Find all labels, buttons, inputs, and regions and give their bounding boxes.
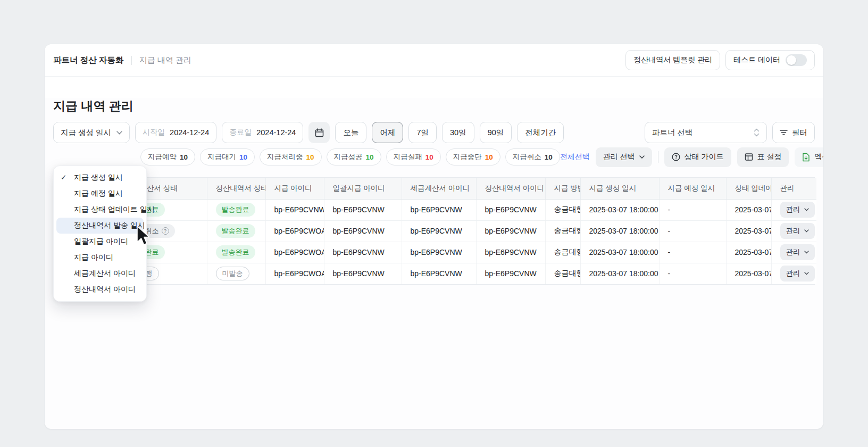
statement-id-cell: bp-E6P9CVNW xyxy=(476,242,545,263)
filter-row: 지급 생성 일시 시작일 2024-12-24 종료일 2024-12-24 오… xyxy=(53,122,815,143)
question-circle-icon xyxy=(672,153,680,161)
chip-payment-waiting[interactable]: 지급대기10 xyxy=(200,148,255,165)
payments-table: 세금계산서 상태 정산내역서 상태 지급 아이디 일괄지급 아이디 세금계산서 … xyxy=(53,177,815,285)
status-updated-cell: 2025-03-07 18:00:00 xyxy=(726,199,771,220)
card-header: 파트너 정산 자동화 지급 내역 관리 정산내역서 템플릿 관리 테스트 데이터 xyxy=(45,44,823,77)
quick-range-30d[interactable]: 30일 xyxy=(442,122,474,143)
select-all-link[interactable]: 전체선택 xyxy=(560,152,590,162)
chip-payment-canceled[interactable]: 지급취소10 xyxy=(505,148,560,165)
header-divider xyxy=(131,56,132,65)
end-date-input[interactable]: 종료일 2024-12-24 xyxy=(222,122,303,143)
tax-invoice-id-cell: bp-E6P9CVNW xyxy=(402,242,476,263)
chevron-up-down-icon xyxy=(754,128,760,137)
payment-scheduled-cell: - xyxy=(659,242,726,263)
toggle-knob xyxy=(787,55,796,65)
table-row: 발행취소? 발송완료 bp-E6P9CWOA bp-E6P9CVNW bp-E6… xyxy=(54,220,816,242)
menu-item-statement-sent[interactable]: 정산내역서 발송 일시 xyxy=(56,218,144,234)
payment-scheduled-cell: - xyxy=(659,220,726,242)
col-statement-status: 정산내역서 상태 xyxy=(207,178,265,199)
card-body: 지급 내역 관리 지급 생성 일시 시작일 2024-12-24 종료일 202… xyxy=(45,98,823,429)
chip-payment-failed[interactable]: 지급실패10 xyxy=(386,148,441,165)
chip-payment-stopped[interactable]: 지급중단10 xyxy=(446,148,500,165)
quick-range-yesterday[interactable]: 어제 xyxy=(372,122,403,143)
table-toolbar: 전체선택 관리 선택 상태 가이드 표 설정 엑셀 다운로드 xyxy=(560,147,824,167)
menu-item-status-updated[interactable]: 지급 상태 업데이트 일시 xyxy=(54,202,146,218)
quick-range-90d[interactable]: 90일 xyxy=(480,122,512,143)
test-data-toggle-button[interactable]: 테스트 데이터 xyxy=(725,50,815,70)
row-manage-button[interactable]: 관리 xyxy=(780,244,815,260)
excel-download-icon xyxy=(802,153,810,162)
statement-id-cell: bp-E6P9CVNW xyxy=(476,263,545,284)
menu-item-statement-id[interactable]: 정산내역서 아이디 xyxy=(54,282,146,297)
brand-title: 파트너 정산 자동화 xyxy=(53,55,124,66)
status-updated-cell: 2025-03-07 18:00:00 xyxy=(726,263,771,284)
date-type-dropdown-trigger[interactable]: 지급 생성 일시 xyxy=(53,122,130,143)
menu-item-payment-created[interactable]: ✓지급 생성 일시 xyxy=(54,170,146,186)
statement-status-badge: 미발송 xyxy=(216,267,249,280)
menu-item-bulk-payment-id[interactable]: 일괄지급 아이디 xyxy=(54,234,146,250)
chip-payment-processing[interactable]: 지급처리중10 xyxy=(260,148,322,165)
col-payment-method: 지급 방법 xyxy=(545,178,580,199)
col-statement-id: 정산내역서 아이디 xyxy=(476,178,545,199)
end-date-label: 종료일 xyxy=(229,128,252,137)
chip-payment-success[interactable]: 지급성공10 xyxy=(327,148,381,165)
filter-button[interactable]: 필터 xyxy=(772,122,815,143)
col-manage: 관리 xyxy=(771,178,816,199)
chevron-down-icon xyxy=(804,208,809,211)
row-manage-button[interactable]: 관리 xyxy=(780,202,815,218)
breadcrumb-current: 지급 내역 관리 xyxy=(139,55,191,65)
bulk-payment-id-cell: bp-E6P9CVNW xyxy=(324,199,402,220)
end-date-value: 2024-12-24 xyxy=(256,128,296,137)
quick-range-7d[interactable]: 7일 xyxy=(408,122,437,143)
table-grid-icon xyxy=(745,153,753,161)
status-guide-button[interactable]: 상태 가이드 xyxy=(664,147,731,167)
help-icon[interactable]: ? xyxy=(162,227,169,235)
test-data-toggle[interactable] xyxy=(786,54,807,66)
check-icon: ✓ xyxy=(61,173,66,181)
quick-range-all[interactable]: 전체기간 xyxy=(517,122,564,143)
chip-payment-reserved[interactable]: 지급예약10 xyxy=(140,148,195,165)
col-status-updated-at: 상태 업데이트 일시 xyxy=(726,178,771,199)
tax-invoice-id-cell: bp-E6P9CVNW xyxy=(402,220,476,242)
status-updated-cell: 2025-03-07 18:00:00 xyxy=(726,220,771,242)
excel-download-button[interactable]: 엑셀 다운로드 xyxy=(795,147,824,167)
payment-id-cell: bp-E6P9CWOA xyxy=(265,263,324,284)
row-manage-button[interactable]: 관리 xyxy=(780,223,815,239)
col-bulk-payment-id: 일괄지급 아이디 xyxy=(324,178,402,199)
row-manage-button[interactable]: 관리 xyxy=(780,266,815,282)
payment-id-cell: bp-E6P9CVNW xyxy=(265,199,324,220)
payment-scheduled-cell: - xyxy=(659,263,726,284)
payment-method-cell: 송금대행 xyxy=(545,199,580,220)
status-updated-cell: 2025-03-07 18:00:00 xyxy=(726,242,771,263)
statement-status-badge: 발송완료 xyxy=(216,203,255,217)
payment-created-cell: 2025-03-07 18:00:00 xyxy=(580,242,659,263)
bulk-payment-id-cell: bp-E6P9CVNW xyxy=(324,263,402,284)
menu-item-tax-invoice-id[interactable]: 세금계산서 아이디 xyxy=(54,266,146,282)
col-payment-created-at: 지급 생성 일시 xyxy=(580,178,659,199)
statement-template-manage-button[interactable]: 정산내역서 템플릿 관리 xyxy=(625,50,720,70)
payment-created-cell: 2025-03-07 18:00:00 xyxy=(580,199,659,220)
quick-range-today[interactable]: 오늘 xyxy=(335,122,366,143)
chevron-down-icon xyxy=(804,229,809,233)
bulk-payment-id-cell: bp-E6P9CVNW xyxy=(324,220,402,242)
menu-item-payment-scheduled[interactable]: 지급 예정 일시 xyxy=(54,186,146,202)
col-payment-id: 지급 아이디 xyxy=(265,178,324,199)
start-date-value: 2024-12-24 xyxy=(170,128,209,137)
col-tax-invoice-id: 세금계산서 아이디 xyxy=(402,178,476,199)
menu-item-payment-id[interactable]: 지급 아이디 xyxy=(54,250,146,266)
date-type-dropdown-menu: ✓지급 생성 일시 지급 예정 일시 지급 상태 업데이트 일시 정산내역서 발… xyxy=(53,165,147,302)
start-date-input[interactable]: 시작일 2024-12-24 xyxy=(135,122,216,143)
main-card: 파트너 정산 자동화 지급 내역 관리 정산내역서 템플릿 관리 테스트 데이터… xyxy=(44,44,824,429)
table-settings-button[interactable]: 표 설정 xyxy=(737,147,789,167)
partner-select[interactable]: 파트너 선택 xyxy=(645,122,767,143)
calendar-button[interactable] xyxy=(308,122,330,143)
chevron-down-icon xyxy=(116,131,122,135)
statement-id-cell: bp-E6P9CVNW xyxy=(476,199,545,220)
payment-scheduled-cell: - xyxy=(659,199,726,220)
payment-created-cell: 2025-03-07 18:00:00 xyxy=(580,263,659,284)
bulk-payment-id-cell: bp-E6P9CVNW xyxy=(324,242,402,263)
filter-lines-icon xyxy=(780,129,788,136)
manage-select-button[interactable]: 관리 선택 xyxy=(596,147,652,167)
payment-id-cell: bp-E6P9CWOA xyxy=(265,242,324,263)
payment-created-cell: 2025-03-07 18:00:00 xyxy=(580,220,659,242)
